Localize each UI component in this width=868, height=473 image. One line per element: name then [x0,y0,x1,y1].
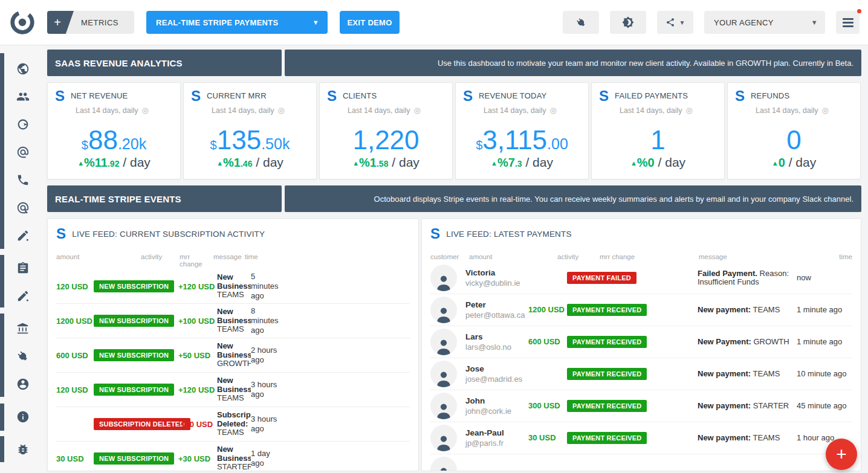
kpi-title: REVENUE TODAY [479,89,546,100]
sidebar-item-audiences[interactable] [0,83,45,111]
kpi-change: ▲%7.3 / day [463,155,581,170]
pencil-icon [16,229,30,242]
dashboard-app: + METRICS REAL-TIME STRIPE PAYMENTS ▼ EX… [0,0,868,473]
time-cell: now [797,273,852,283]
widget-options-icon[interactable]: ◎ [278,106,285,115]
exit-demo-button[interactable]: EXIT DEMO [340,11,400,34]
section-title: REAL-TIME STRIPE EVENTS [47,185,282,212]
activity-badge: PAYMENT FAILED [567,272,636,284]
theme-toggle-button[interactable] [610,11,646,34]
avatar [430,329,457,355]
message-cell: New payment: TEAMS [698,434,797,443]
kpi-title: CLIENTS [343,89,377,100]
column-headers: customeramountactivitymrr changemessaget… [430,253,852,260]
message-cell: New Business: TEAMS [217,376,251,403]
customer-name: Peter [465,300,525,310]
dashboard-selector[interactable]: REAL-TIME STRIPE PAYMENTS ▼ [146,11,328,34]
sidebar-item-account[interactable] [0,370,45,398]
kpi-currency: $ [82,138,88,152]
avatar [430,457,457,471]
widget-options-icon[interactable]: ◎ [822,106,829,115]
message-cell: New Business: STARTER [217,445,251,471]
kpi-change-fraction: .92 [108,159,119,169]
sidebar [0,45,45,473]
section-header-stripe-events: REAL-TIME STRIPE EVENTS Octoboard displa… [47,185,861,212]
avatar [430,265,457,291]
stripe-logo-icon: S [599,89,609,103]
main-menu-button[interactable] [836,11,860,34]
kpi-change: ▲%0 / day [599,155,717,170]
sidebar-item-world[interactable] [0,55,45,83]
kpi-value: 1,220 [327,128,445,153]
kpi-per-label: / day [658,155,686,169]
subscription-rows: 120 USD NEW SUBSCRIPTION +120 USD New Bu… [56,269,410,471]
mrr-change-cell: +120 USD [178,282,217,291]
kpi-change: ▲%1.46 / day [191,155,309,170]
sidebar-item-reach[interactable] [0,194,45,222]
payment-row: Jean-Paul jp@paris.fr 30 USD PAYMENT REC… [430,422,852,454]
main-content: SAAS REVENUE ANALYTICS Use this dashboar… [45,45,868,473]
add-widget-fab[interactable]: + [826,439,857,470]
customer-name: Jose [465,364,522,374]
account-icon [16,378,30,391]
payment-row: Victoria vicky@dublin.ie PAYMENT FAILED … [430,262,852,294]
world-icon [16,62,30,76]
sidebar-item-finance[interactable] [0,315,45,343]
payments-feed-panel: S LIVE FEED: LATEST PAYMENTS customeramo… [421,218,861,471]
subscription-row: 1200 USD NEW SUBSCRIPTION +100 USD New B… [56,304,410,338]
section-description: Use this dashboard to motivate your team… [285,50,861,76]
avatar [430,297,457,323]
kpi-value-fraction: .20k [118,135,146,152]
customer-email: lars@oslo.no [465,342,511,352]
message-cell: New Business: GROWTH [217,342,251,368]
payment-row: Peter peter@ottawa.ca 1200 USD PAYMENT R… [430,294,852,326]
exit-demo-label: EXIT DEMO [347,18,392,27]
email-at-icon [16,146,30,159]
trend-up-icon: ▲ [772,159,779,167]
info-icon [16,410,30,423]
share-button[interactable]: ▼ [657,11,693,34]
agency-selector[interactable]: YOUR AGENCY ▼ [704,11,825,34]
kpi-change: ▲%11.92 / day [55,155,173,170]
sidebar-item-info[interactable] [0,403,45,431]
octoboard-logo-icon[interactable] [8,8,36,36]
kpi-value: 0 [735,128,853,153]
sidebar-item-design[interactable] [0,282,45,310]
kpi-currency: $ [476,138,482,152]
column-header: time [839,253,852,260]
activity-badge: PAYMENT RECEIVED [567,432,647,444]
payment-row: Jose jose@madrid.es PAYMENT RECEIVED New… [430,358,852,390]
kpi-card: S REVENUE TODAY Last 14 days, daily◎ $3,… [455,82,589,179]
widget-options-icon[interactable]: ◎ [414,106,421,115]
sidebar-item-create[interactable] [0,222,45,249]
widget-options-icon[interactable]: ◎ [550,106,557,115]
add-metrics-button[interactable]: + METRICS [47,11,134,34]
widget-options-icon[interactable]: ◎ [686,106,693,115]
sidebar-item-integrations[interactable] [0,343,45,370]
widget-options-icon[interactable]: ◎ [142,106,149,115]
stripe-logo-icon: S [191,89,201,103]
sidebar-item-web-traffic[interactable] [0,111,45,138]
column-header: amount [56,253,141,268]
kpi-per-label: / day [392,155,419,169]
sidebar-item-debug[interactable] [0,436,45,463]
kpi-value: $135.50k [191,128,309,153]
kpi-title: REFUNDS [751,89,789,100]
message-cell: New Payment: GROWTH [698,338,797,347]
payment-rows: Victoria vicky@dublin.ie PAYMENT FAILED … [430,262,852,471]
clipboard-icon [16,262,30,275]
notification-dot [857,9,861,13]
sidebar-item-email[interactable] [0,138,45,166]
customer-name: John [465,396,511,406]
customer-email: vicky@dublin.ie [465,278,520,288]
amount-cell: 120 USD [56,385,94,394]
kpi-change-fraction: .58 [377,159,388,169]
agency-selector-value: YOUR AGENCY [714,18,774,27]
kpi-per-label: / day [525,155,553,169]
sidebar-item-calls[interactable] [0,166,45,194]
amount-cell: 300 USD [528,401,567,411]
mrr-change-cell: +30 USD [178,454,217,463]
integrations-button[interactable] [563,11,599,34]
chevron-down-icon: ▼ [679,19,685,26]
sidebar-item-forms[interactable] [0,254,45,282]
